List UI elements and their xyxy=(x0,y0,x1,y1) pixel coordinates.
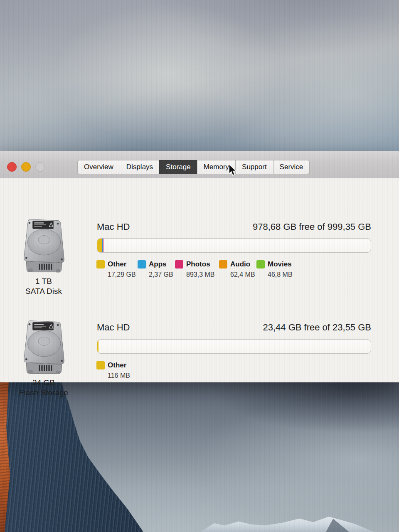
about-this-mac-window: Overview Displays Storage Memory Support… xyxy=(0,151,399,382)
legend-label: Other xyxy=(108,260,126,268)
drive-type: SATA Disk xyxy=(2,286,85,296)
tab-storage[interactable]: Storage xyxy=(159,160,197,174)
other-swatch xyxy=(96,260,105,268)
legend-value: 116 MB xyxy=(108,372,130,379)
movies-swatch xyxy=(256,260,265,268)
legend-label: Movies xyxy=(268,260,292,268)
traffic-lights xyxy=(7,162,45,172)
tab-overview[interactable]: Overview xyxy=(77,160,120,174)
mouse-cursor-icon xyxy=(228,164,238,177)
drive-caption: 1 TB SATA Disk xyxy=(2,276,85,296)
apps-swatch xyxy=(138,260,146,268)
drive-type: Flash Storage xyxy=(2,388,85,398)
legend-label: Photos xyxy=(186,260,210,268)
drive-capacity: 24 GB xyxy=(2,378,85,388)
hard-disk-icon xyxy=(17,217,71,276)
other-swatch xyxy=(96,361,105,369)
storage-panel: 1 TB SATA Disk Mac HD 978,68 GB free of … xyxy=(0,179,399,382)
storage-usage-bar xyxy=(97,339,371,354)
legend-item: Movies 46,8 MB xyxy=(256,260,293,278)
legend-value: 17,29 GB xyxy=(108,271,136,278)
drive-caption: 24 GB Flash Storage xyxy=(2,378,85,398)
tab-displays[interactable]: Displays xyxy=(120,160,160,174)
legend-label: Other xyxy=(108,361,126,369)
drive-name: Mac HD xyxy=(97,222,130,232)
storage-usage-bar xyxy=(97,238,371,253)
close-button[interactable] xyxy=(7,162,17,172)
zoom-button-disabled xyxy=(35,162,45,172)
legend-item: Apps 2,37 GB xyxy=(138,260,173,278)
minimize-button[interactable] xyxy=(21,162,31,172)
photos-swatch xyxy=(175,260,183,268)
tab-support[interactable]: Support xyxy=(235,160,273,174)
legend-value: 893,3 MB xyxy=(186,271,214,278)
drive-capacity: 1 TB xyxy=(2,276,85,286)
wallpaper-sky-top xyxy=(0,0,399,153)
title-bar: Overview Displays Storage Memory Support… xyxy=(0,151,399,178)
drive-free-space: 23,44 GB free of 23,55 GB xyxy=(263,322,372,333)
legend-value: 2,37 GB xyxy=(149,271,173,278)
screen-photo: Overview Displays Storage Memory Support… xyxy=(0,0,399,532)
legend-item: Photos 893,3 MB xyxy=(175,260,214,278)
legend-item: Other 116 MB xyxy=(96,361,130,379)
legend-item: Other 17,29 GB xyxy=(96,260,136,278)
audio-swatch xyxy=(219,260,227,268)
legend-label: Apps xyxy=(149,260,167,268)
legend-item: Audio 62,4 MB xyxy=(219,260,255,278)
drive-name: Mac HD xyxy=(97,322,130,333)
drive-free-space: 978,68 GB free of 999,35 GB xyxy=(253,222,371,232)
hard-disk-icon xyxy=(17,318,71,377)
legend-value: 46,8 MB xyxy=(268,271,293,278)
tab-bar: Overview Displays Storage Memory Support… xyxy=(77,160,310,174)
legend-label: Audio xyxy=(230,260,250,268)
tab-service[interactable]: Service xyxy=(273,160,310,174)
legend-value: 62,4 MB xyxy=(230,271,255,278)
